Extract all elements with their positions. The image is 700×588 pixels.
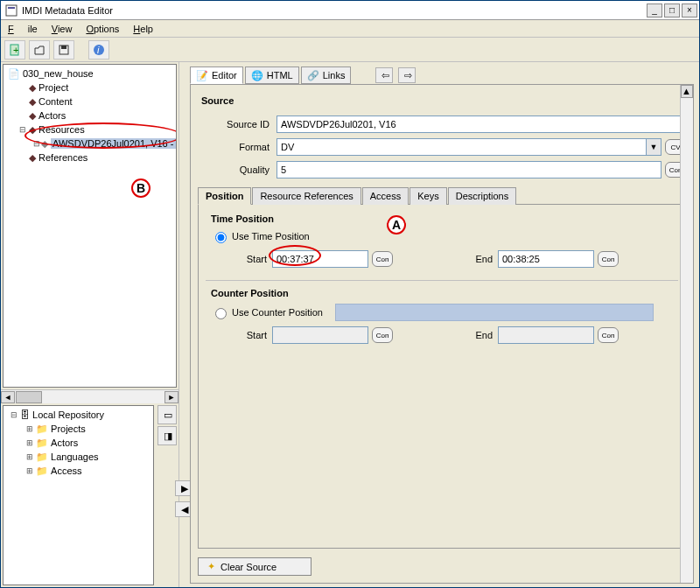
save-button[interactable] <box>53 40 74 60</box>
tab-editor[interactable]: 📝Editor <box>190 66 243 84</box>
time-position-title: Time Position <box>211 214 678 224</box>
menu-options[interactable]: Options <box>79 22 126 36</box>
svg-text:+: + <box>13 45 18 55</box>
history-back-button[interactable]: ⇦ <box>375 67 393 83</box>
tree-root[interactable]: 030_new_house <box>23 68 94 79</box>
counter-position-title: Counter Position <box>211 288 678 298</box>
svg-rect-5 <box>61 46 66 49</box>
menu-file[interactable]: File <box>1 22 45 36</box>
svg-rect-1 <box>8 7 15 9</box>
repo-panel-button-1[interactable]: ▭ <box>158 405 177 424</box>
menu-bar: File View Options Help <box>1 20 699 38</box>
menu-help[interactable]: Help <box>126 22 160 36</box>
counter-highlight <box>335 304 654 321</box>
session-tree[interactable]: 📄030_new_house ◆ Project ◆ Content ◆ Act… <box>3 64 177 388</box>
repo-item[interactable]: Projects <box>51 424 86 434</box>
use-counter-position-label: Use Counter Position <box>232 307 323 318</box>
toolbar: + i <box>1 38 699 62</box>
open-button[interactable] <box>29 40 50 60</box>
subtab-keys[interactable]: Keys <box>410 187 446 205</box>
repo-item[interactable]: Languages <box>51 452 98 462</box>
time-end-con-button[interactable]: Con <box>598 251 619 267</box>
time-start-con-button[interactable]: Con <box>372 251 393 267</box>
tree-resource-item[interactable]: AWSDVDP26Jul0201, V16 - DV <box>51 138 177 149</box>
history-forward-button[interactable]: ⇨ <box>398 67 416 83</box>
quality-label: Quality <box>198 164 276 175</box>
html-icon: 🌐 <box>251 70 263 81</box>
start-label: Start <box>211 254 272 264</box>
tree-horizontal-scrollbar[interactable]: ◄► <box>1 389 178 403</box>
subtab-resource-references[interactable]: Resource References <box>252 187 360 205</box>
subtab-access[interactable]: Access <box>362 187 409 205</box>
tab-html[interactable]: 🌐HTML <box>245 66 299 84</box>
clear-icon: ✦ <box>207 561 215 572</box>
links-icon: 🔗 <box>307 70 319 81</box>
tree-item[interactable]: References <box>38 152 88 163</box>
quality-input[interactable] <box>276 161 662 178</box>
repo-item[interactable]: Access <box>51 466 81 476</box>
doc-icon: 📝 <box>196 70 208 81</box>
time-end-input[interactable] <box>498 250 594 268</box>
tree-item[interactable]: Content <box>38 96 73 107</box>
tree-item[interactable]: Project <box>38 82 68 93</box>
panel-vertical-scrollbar[interactable]: ▲ <box>680 85 693 583</box>
app-icon <box>4 4 18 18</box>
db-icon: 🗄 <box>20 410 30 420</box>
repo-root[interactable]: Local Repository <box>32 410 104 420</box>
splitter[interactable]: ▶ ◀ <box>179 62 186 587</box>
subtab-descriptions[interactable]: Descriptions <box>448 187 517 205</box>
time-start-input[interactable] <box>272 250 368 268</box>
editor-pane: 📝Editor 🌐HTML 🔗Links ⇦ ⇨ Source Source I… <box>186 62 699 587</box>
counter-start-label: Start <box>211 330 272 340</box>
format-combo[interactable]: ▼ <box>276 138 662 156</box>
end-label: End <box>393 254 498 264</box>
repository-tree[interactable]: ⊟🗄 Local Repository ⊞📁 Projects ⊞📁 Actor… <box>3 405 154 585</box>
use-time-position-radio[interactable] <box>215 232 227 243</box>
tab-links[interactable]: 🔗Links <box>301 66 352 84</box>
source-id-label: Source ID <box>198 119 276 130</box>
chevron-down-icon[interactable]: ▼ <box>646 138 662 156</box>
tree-item[interactable]: Resources <box>38 124 85 135</box>
source-section-title: Source <box>198 92 686 113</box>
maximize-button[interactable]: □ <box>664 4 680 18</box>
window-title: IMDI Metadata Editor <box>22 5 647 16</box>
close-button[interactable]: × <box>682 4 697 18</box>
expander-icon[interactable]: ⊟ <box>33 139 40 148</box>
svg-rect-0 <box>6 5 17 16</box>
counter-start-input <box>272 326 368 344</box>
new-doc-button[interactable]: + <box>4 40 25 60</box>
counter-start-con-button[interactable]: Con <box>372 327 393 343</box>
counter-end-input <box>498 326 594 344</box>
info-button[interactable]: i <box>88 40 109 60</box>
source-id-input[interactable] <box>276 116 686 133</box>
menu-view[interactable]: View <box>45 22 80 36</box>
clear-source-button[interactable]: ✦ Clear Source <box>198 557 312 576</box>
left-pane: 📄030_new_house ◆ Project ◆ Content ◆ Act… <box>1 62 179 587</box>
counter-end-con-button[interactable]: Con <box>598 327 619 343</box>
repo-item[interactable]: Actors <box>51 438 78 448</box>
use-counter-position-radio[interactable] <box>215 308 227 319</box>
title-bar: IMDI Metadata Editor _ □ × <box>1 1 699 20</box>
session-icon: 📄 <box>7 68 21 80</box>
minimize-button[interactable]: _ <box>647 4 662 18</box>
tree-item[interactable]: Actors <box>38 110 66 121</box>
subtab-position[interactable]: Position <box>198 187 251 205</box>
use-time-position-label: Use Time Position <box>232 231 310 242</box>
expander-icon[interactable]: ⊟ <box>18 125 28 134</box>
repo-panel-button-2[interactable]: ◨ <box>158 426 177 445</box>
format-label: Format <box>198 142 276 152</box>
counter-end-label: End <box>393 330 498 340</box>
